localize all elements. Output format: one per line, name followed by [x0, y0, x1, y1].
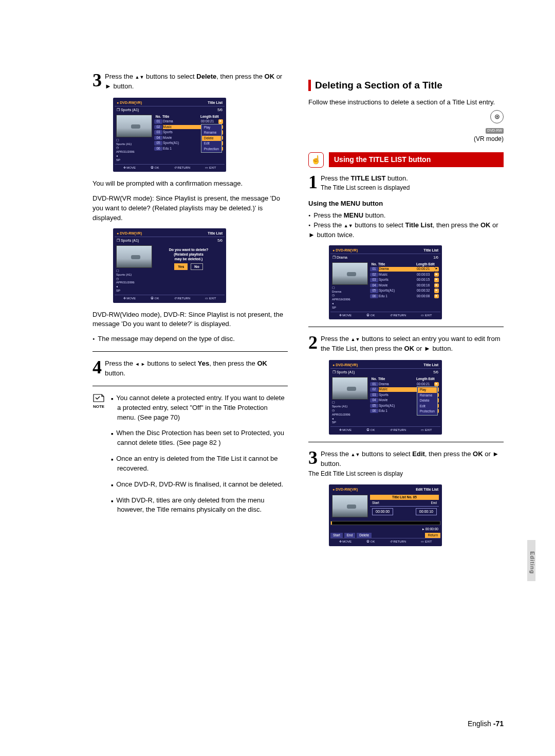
title-list-screen-confirm: ● DVD-RW(VR)Title List ❐ Sports (A1)5/6 …: [113, 228, 226, 303]
list-item: Once DVD-R, DVD-RW is finalised, it cann…: [111, 480, 288, 490]
video-mode-paragraph: DVD-RW(Video mode), DVD-R: Since Playlis…: [92, 310, 288, 330]
heading-text: Deleting a Section of a Title: [315, 78, 442, 93]
menu-subheading: Using the MENU button: [308, 199, 504, 209]
up-down-arrows-icon: ▲▼: [351, 337, 360, 342]
note-icon: NOTE: [92, 393, 105, 410]
subheading-row: ☝ Using the TITLE LIST button: [308, 152, 504, 168]
intro-text: Follow these instructions to delete a se…: [308, 98, 504, 107]
list-item: When the Disc Protection has been set to…: [111, 428, 288, 448]
right-step-3-number: 3: [308, 449, 318, 466]
vr-mode-label: (VR mode): [308, 135, 504, 143]
page-footer: English -71: [0, 719, 504, 728]
play-icon: ►: [492, 450, 499, 458]
list-item: You cannot delete a protected entry. If …: [111, 393, 288, 423]
step-4-number: 4: [92, 359, 102, 375]
list-item: With DVD-R, titles are only deleted from…: [111, 496, 288, 515]
title-list-screen-play-ctx: ● DVD-RW(VR)Title List ❐ Sports (A1)5/6 …: [329, 360, 442, 435]
text: , then press the: [209, 359, 257, 367]
up-down-arrows-icon: ▲▼: [135, 75, 144, 80]
text: or: [274, 73, 282, 80]
no-option: No: [191, 263, 202, 270]
step-4: 4 Press the ◄ ► buttons to select Yes, t…: [92, 359, 288, 379]
title-list-screen-delete-ctx: ● DVD-RW(VR)Title List ❐ Sports (A1)5/6 …: [113, 98, 226, 172]
list-item: Press the MENU button.: [308, 211, 504, 221]
disc-label: DVD-RW: [486, 128, 504, 133]
heading-bar-icon: [308, 80, 311, 91]
text: button.: [112, 82, 134, 90]
right-step-1-number: 1: [308, 174, 318, 190]
divider: [92, 351, 288, 352]
ok-label: OK: [257, 359, 267, 367]
yes-label: Yes: [198, 359, 209, 367]
divider: [308, 327, 504, 327]
divider: [308, 442, 504, 442]
title-list-label: TITLE LIST: [351, 174, 386, 182]
play-icon: ►: [308, 231, 315, 239]
ok-label: OK: [265, 73, 275, 80]
right-column: Deleting a Section of a Title Follow the…: [308, 72, 504, 725]
text: , then press the: [216, 73, 264, 80]
right-step-2: 2 Press the ▲▼ buttons to select an entr…: [308, 334, 504, 354]
step-3-number: 3: [92, 72, 102, 88]
text: Press the: [105, 73, 135, 80]
disc-icon: ⊛: [490, 110, 504, 123]
substep-text: The Title List screen is displayed: [321, 184, 410, 191]
note-block: NOTE You cannot delete a protected entry…: [92, 393, 288, 521]
left-right-arrows-icon: ◄ ►: [135, 362, 145, 367]
confirmation-paragraph: You will be prompted with a confirmation…: [92, 179, 288, 189]
title-list-screen-full: ● DVD-RW(VR)Title List ❐ Drama1/6 ▢ Dram…: [329, 245, 442, 320]
text: button.: [105, 369, 125, 377]
message-bullet-list: The message may depend on the type of di…: [92, 334, 288, 344]
play-icon: ►: [105, 82, 112, 90]
section-tab: Editing: [527, 540, 535, 581]
list-item: Once an entry is deleted from the Title …: [111, 454, 288, 474]
list-item: Press the ▲▼ buttons to select Title Lis…: [308, 221, 504, 240]
disc-badge: ⊛ DVD-RW (VR mode): [308, 110, 504, 143]
text: buttons to select: [145, 359, 198, 367]
step-3: 3 Press the ▲▼ buttons to select Delete,…: [92, 72, 288, 92]
up-down-arrows-icon: ▲▼: [351, 452, 360, 457]
edit-title-list-screen: ● DVD-RW(VR)Edit Title List Title List N…: [329, 484, 442, 546]
section-heading: Deleting a Section of a Title: [308, 78, 504, 93]
hand-icon: ☝: [308, 152, 324, 168]
right-step-1: 1 Press the TITLE LIST button.The Title …: [308, 174, 504, 193]
play-icon: ►: [424, 345, 431, 352]
yes-option: Yes: [174, 263, 188, 270]
divider: [92, 386, 288, 386]
subheading-text: Using the TITLE LIST button: [329, 152, 504, 167]
menu-bullets: Press the MENU button. Press the ▲▼ butt…: [308, 211, 504, 240]
right-step-3: 3 Press the ▲▼ buttons to select Edit, t…: [308, 449, 504, 479]
right-step-2-number: 2: [308, 334, 318, 351]
vr-mode-paragraph: DVD-RW(VR mode): Since Playlist is prese…: [92, 194, 288, 223]
up-down-arrows-icon: ▲▼: [344, 223, 353, 228]
notes-list: You cannot delete a protected entry. If …: [111, 393, 288, 521]
delete-label: Delete: [196, 73, 216, 80]
text: Press the: [105, 359, 135, 367]
text: buttons to select: [144, 73, 196, 80]
left-column: 3 Press the ▲▼ buttons to select Delete,…: [92, 72, 288, 725]
list-item: The message may depend on the type of di…: [92, 334, 288, 344]
